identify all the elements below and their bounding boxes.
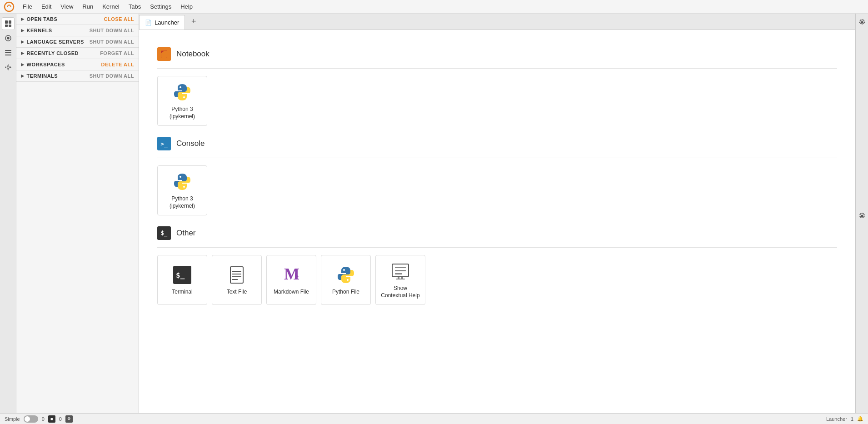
svg-point-16 (183, 96, 185, 98)
section-terminals-header[interactable]: ▶ TERMINALS Shut Down All (16, 70, 139, 81)
forget-all-btn[interactable]: Forget All (100, 50, 134, 56)
section-workspaces-header[interactable]: ▶ WORKSPACES Delete All (16, 59, 139, 70)
tab-bar: 📄 Launcher + (139, 14, 855, 30)
menu-run[interactable]: Run (78, 1, 98, 12)
menu-tabs[interactable]: Tabs (124, 1, 145, 12)
icon-bar (0, 14, 16, 413)
markdown-file-card[interactable]: M Markdown File (266, 255, 316, 305)
contextual-help-label: Show Contextual Help (380, 285, 420, 299)
menu-kernel[interactable]: Kernel (98, 1, 124, 12)
kernel-status-icon: ■ (48, 415, 55, 423)
notebook-section-header: Notebook (157, 47, 837, 61)
terminal-status-icon: ⚙ (65, 415, 73, 423)
chevron-kernels: ▶ (21, 28, 25, 33)
right-settings-btn[interactable] (857, 17, 867, 27)
text-file-icon (226, 264, 248, 286)
text-file-card[interactable]: Text File (212, 255, 262, 305)
sidebar-extensions-btn[interactable] (2, 61, 15, 74)
svg-point-18 (183, 186, 185, 188)
section-workspaces-label: WORKSPACES (27, 62, 65, 67)
tab-launcher-icon: 📄 (145, 20, 152, 26)
contextual-help-card[interactable]: Show Contextual Help (375, 255, 425, 305)
section-open-tabs: ▶ OPEN TABS Close All (16, 14, 139, 25)
section-terminals-label: TERMINALS (27, 73, 58, 79)
menu-settings[interactable]: Settings (145, 1, 176, 12)
svg-point-28 (343, 269, 345, 271)
notification-icon: 🔔 (857, 416, 863, 422)
python-file-label: Python File (332, 289, 359, 296)
terminal-icon: $_ (171, 264, 193, 286)
section-recently-closed-header[interactable]: ▶ RECENTLY CLOSED Forget All (16, 48, 139, 59)
python3-console-label: Python 3(ipykernel) (170, 195, 195, 210)
other-divider (157, 247, 837, 248)
section-workspaces: ▶ WORKSPACES Delete All (16, 59, 139, 70)
sidebar-files-btn[interactable] (2, 17, 15, 30)
notebook-badge (157, 47, 171, 61)
python3-console-icon (171, 171, 193, 193)
status-left: Simple 0 ■ 0 ⚙ (5, 415, 73, 423)
markdown-file-icon: M (280, 264, 302, 286)
shutdown-all-kernels-btn[interactable]: Shut Down All (90, 28, 134, 33)
shutdown-all-ls-btn[interactable]: Shut Down All (90, 39, 134, 45)
section-recently-closed: ▶ RECENTLY CLOSED Forget All (16, 48, 139, 59)
status-right: Launcher 1 🔔 (826, 416, 863, 422)
menu-bar: File Edit View Run Kernel Tabs Settings … (0, 0, 868, 14)
sidebar-toc-btn[interactable] (2, 46, 15, 59)
other-section-title: Other (176, 229, 196, 238)
section-recently-closed-label: RECENTLY CLOSED (27, 50, 79, 56)
right-settings-btn2[interactable] (857, 211, 867, 221)
svg-point-29 (347, 279, 349, 281)
console-badge: >_ (157, 137, 171, 150)
notebook-cards: Python 3(ipykernel) (157, 76, 837, 126)
chevron-terminals: ▶ (21, 74, 25, 78)
python3-notebook-label: Python 3(ipykernel) (170, 106, 195, 120)
close-all-tabs-btn[interactable]: Close All (104, 16, 134, 22)
svg-point-17 (180, 176, 181, 178)
menu-view[interactable]: View (56, 1, 78, 12)
svg-text:$_: $_ (176, 271, 185, 279)
svg-rect-7 (5, 50, 11, 51)
main-layout: ▶ OPEN TABS Close All ▶ KERNELS Shut Dow… (0, 14, 868, 413)
python-file-card[interactable]: Python File (321, 255, 371, 305)
svg-rect-1 (5, 20, 8, 24)
notebook-section-title: Notebook (176, 50, 210, 59)
python3-notebook-icon (171, 81, 193, 103)
svg-rect-2 (9, 20, 11, 24)
terminal-label: Terminal (172, 289, 192, 296)
section-language-servers-header[interactable]: ▶ LANGUAGE SERVERS Shut Down All (16, 36, 139, 47)
markdown-file-label: Markdown File (274, 289, 309, 296)
svg-point-15 (180, 86, 181, 88)
launcher-label-status: Launcher (826, 416, 847, 422)
new-tab-button[interactable]: + (187, 15, 200, 28)
launcher-count-status: 1 (851, 416, 853, 422)
chevron-open-tabs: ▶ (21, 17, 25, 21)
console-section-header: >_ Console (157, 137, 837, 150)
python3-console-card[interactable]: Python 3(ipykernel) (157, 165, 207, 215)
svg-rect-8 (5, 52, 11, 53)
svg-rect-3 (5, 25, 8, 27)
menu-file[interactable]: File (18, 1, 37, 12)
shutdown-all-terminals-btn[interactable]: Shut Down All (90, 73, 134, 79)
toggle-knob (25, 416, 30, 422)
menu-edit[interactable]: Edit (37, 1, 56, 12)
right-sidebar (855, 14, 868, 413)
content-area: 📄 Launcher + Notebook (139, 14, 855, 413)
other-cards: $_ Terminal (157, 255, 837, 305)
svg-rect-9 (5, 55, 11, 55)
menu-help[interactable]: Help (176, 1, 197, 12)
section-kernels-header[interactable]: ▶ KERNELS Shut Down All (16, 25, 139, 36)
svg-point-0 (5, 2, 14, 11)
panel-sidebar: ▶ OPEN TABS Close All ▶ KERNELS Shut Dow… (16, 14, 139, 413)
svg-rect-32 (395, 270, 406, 271)
launcher-content: Notebook Python 3(ipykernel) (139, 30, 855, 413)
terminal-card[interactable]: $_ Terminal (157, 255, 207, 305)
tab-launcher[interactable]: 📄 Launcher (139, 15, 185, 30)
python3-notebook-card[interactable]: Python 3(ipykernel) (157, 76, 207, 126)
console-cards: Python 3(ipykernel) (157, 165, 837, 215)
section-kernels: ▶ KERNELS Shut Down All (16, 25, 139, 36)
section-open-tabs-header[interactable]: ▶ OPEN TABS Close All (16, 14, 139, 25)
sidebar-running-btn[interactable] (2, 32, 15, 45)
simple-mode-toggle[interactable] (24, 415, 38, 423)
svg-point-37 (861, 21, 863, 24)
delete-all-workspaces-btn[interactable]: Delete All (101, 62, 134, 67)
